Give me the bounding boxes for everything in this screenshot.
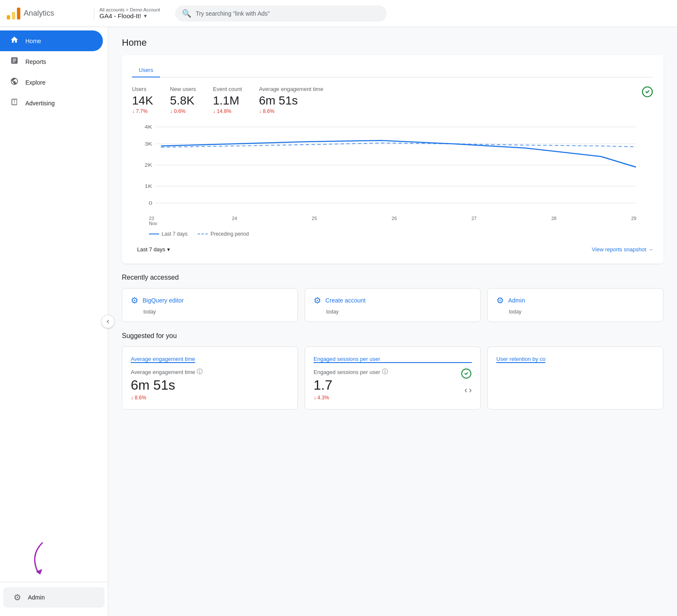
account-selector[interactable]: All accounts > Demo Account GA4 - Flood-…	[94, 7, 165, 19]
sidebar-nav-advertising[interactable]: Advertising	[0, 93, 103, 113]
app-title: Analytics	[24, 9, 54, 18]
stats-tabs: Users	[132, 63, 653, 77]
stats-metrics: Users 14K ↓ 7.7% New users 5.8K ↓ 0.6% E…	[132, 86, 653, 114]
svg-text:1K: 1K	[144, 184, 152, 189]
logo-area: Analytics	[7, 8, 87, 19]
users-tab[interactable]: Users	[132, 63, 160, 77]
search-bar[interactable]: 🔍 Try searching "link with Ads"	[175, 6, 387, 22]
view-snapshot-label: View reports snapshot	[592, 246, 646, 253]
engagement-metric-value: 6m 51s	[131, 377, 289, 393]
legend-solid-label: Last 7 days	[162, 231, 187, 237]
main-header: Analytics All accounts > Demo Account GA…	[0, 0, 677, 27]
admin-item[interactable]: ⚙ Admin	[3, 587, 105, 608]
svg-text:0: 0	[149, 201, 152, 206]
explore-icon	[10, 77, 19, 88]
metric-newusers-value: 5.8K	[170, 94, 196, 107]
arrow-right-icon: →	[648, 246, 653, 253]
sidebar: Home Reports Explore Advertising	[0, 27, 108, 616]
date-range-selector[interactable]: Last 7 days ▾	[132, 244, 175, 255]
metric-users-value: 14K	[132, 94, 153, 107]
svg-text:3K: 3K	[144, 141, 152, 147]
app-layout: Home Reports Explore Advertising	[0, 27, 677, 616]
suggested-card-retention: User retention by co	[487, 346, 663, 410]
retention-tab[interactable]: User retention by co	[496, 356, 545, 366]
chart-x-labels: 23Nov 24 25 26 27 28 29	[132, 214, 653, 226]
metric-newusers-change: ↓ 0.6%	[170, 108, 196, 114]
metric-users: Users 14K ↓ 7.7%	[132, 86, 153, 114]
sidebar-bottom: ⚙ Admin	[0, 582, 108, 613]
legend-dashed-line	[198, 234, 208, 234]
sidebar-nav-explore[interactable]: Explore	[0, 72, 103, 93]
legend-solid-line	[149, 234, 159, 234]
view-snapshot-link[interactable]: View reports snapshot →	[592, 246, 653, 253]
advertising-icon	[10, 98, 19, 108]
home-icon	[10, 36, 19, 46]
admin-label: Admin	[28, 594, 45, 601]
legend-dashed: Preceding period	[198, 231, 249, 237]
recently-accessed-title: Recently accessed	[122, 274, 663, 281]
help-icon[interactable]: ⓘ	[197, 368, 203, 376]
reports-icon	[10, 56, 19, 67]
suggested-section: Suggested for you Average engagement tim…	[122, 332, 663, 410]
chart-legend: Last 7 days Preceding period	[132, 231, 653, 237]
date-range-label: Last 7 days	[137, 246, 165, 253]
recently-accessed-cards: ⚙ BigQuery editor today ⚙ Create account…	[122, 288, 663, 322]
create-account-title: Create account	[325, 297, 366, 304]
svg-text:4K: 4K	[144, 124, 152, 130]
sessions-metric-label: Engaged sessions per user ⓘ	[314, 368, 388, 376]
svg-rect-1	[12, 12, 15, 19]
stats-card: Users Users 14K ↓ 7.7% New users 5.8K ↓ …	[122, 55, 663, 264]
search-icon: 🔍	[182, 9, 191, 18]
legend-solid: Last 7 days	[149, 231, 187, 237]
account-name: GA4 - Flood-It! ▼	[99, 12, 160, 19]
engagement-tab[interactable]: Average engagement time	[131, 356, 195, 366]
card-header: ⚙ Admin	[496, 295, 655, 305]
explore-label: Explore	[25, 79, 45, 86]
help-icon-sessions[interactable]: ⓘ	[382, 368, 388, 376]
metric-engagement-change: ↓ 8.6%	[259, 108, 323, 114]
arrow-annotation	[17, 539, 68, 582]
admin-gear-icon: ⚙	[14, 592, 21, 602]
chart-svg: 4K 3K 2K 1K 0	[132, 123, 653, 207]
metric-users-change: ↓ 7.7%	[132, 108, 153, 114]
admin-time: today	[509, 309, 655, 315]
admin-gear-icon: ⚙	[496, 295, 504, 305]
bigquery-editor-card[interactable]: ⚙ BigQuery editor today	[122, 288, 298, 322]
account-breadcrumb: All accounts > Demo Account	[99, 7, 160, 12]
chevron-down-icon: ▼	[143, 13, 148, 19]
analytics-logo-icon	[7, 8, 20, 19]
sessions-metric-value: 1.7	[314, 377, 388, 393]
legend-dashed-label: Preceding period	[210, 231, 249, 237]
sessions-tab[interactable]: Engaged sessions per user	[314, 356, 380, 366]
recently-accessed-section: Recently accessed ⚙ BigQuery editor toda…	[122, 274, 663, 322]
admin-card[interactable]: ⚙ Admin today	[487, 288, 663, 322]
metric-newusers-label: New users	[170, 86, 196, 92]
dropdown-arrow-icon: ▾	[167, 246, 170, 253]
metric-events-value: 1.1M	[213, 94, 242, 107]
metric-engagement: Average engagement time 6m 51s ↓ 8.6%	[259, 86, 323, 114]
sidebar-nav-reports[interactable]: Reports	[0, 51, 103, 72]
metric-events-label: Event count	[213, 86, 242, 92]
advertising-label: Advertising	[25, 100, 55, 107]
search-input[interactable]: Try searching "link with Ads"	[195, 10, 270, 17]
engagement-metric-change: ↓ 8.6%	[131, 395, 289, 401]
bigquery-editor-time: today	[143, 309, 289, 315]
metric-engagement-value: 6m 51s	[259, 94, 323, 107]
suggested-card-sessions: Engaged sessions per user Engaged sessio…	[305, 346, 481, 410]
create-account-gear-icon: ⚙	[314, 295, 321, 305]
main-content: Home Users Users 14K ↓ 7.7% New users 5.…	[108, 27, 677, 616]
sidebar-collapse-button[interactable]	[101, 315, 115, 328]
sidebar-nav-home[interactable]: Home	[0, 30, 103, 51]
svg-rect-2	[17, 8, 20, 19]
create-account-card[interactable]: ⚙ Create account today	[305, 288, 481, 322]
metric-events: Event count 1.1M ↓ 14.8%	[213, 86, 242, 114]
page-title: Home	[122, 37, 663, 48]
bigquery-gear-icon: ⚙	[131, 295, 138, 305]
svg-marker-3	[36, 569, 42, 575]
prev-arrow-icon[interactable]: ‹	[465, 385, 468, 395]
next-arrow-icon[interactable]: ›	[469, 385, 472, 395]
metric-users-label: Users	[132, 86, 153, 92]
sessions-metric-change: ↓ 4.3%	[314, 395, 388, 401]
metric-newusers: New users 5.8K ↓ 0.6%	[170, 86, 196, 114]
home-label: Home	[25, 38, 41, 44]
